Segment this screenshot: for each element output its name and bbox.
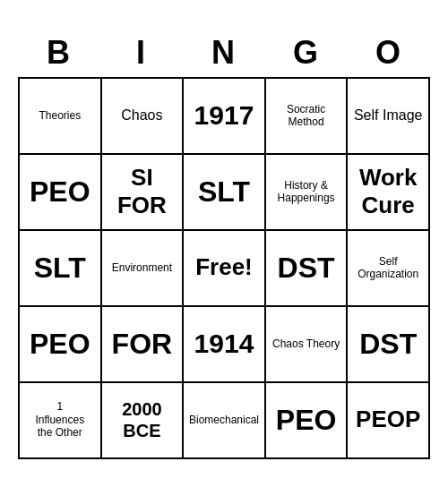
bingo-cell: SI FOR (102, 155, 185, 231)
cell-text: Work Cure (351, 164, 425, 219)
cell-text: DST (278, 251, 335, 285)
header-letter: N (183, 29, 265, 77)
bingo-grid: TheoriesChaos1917Socratic MethodSelf Ima… (18, 77, 430, 459)
header-letter: O (348, 29, 430, 77)
bingo-cell: History & Happenings (266, 155, 349, 231)
cell-text: Environment (112, 261, 172, 274)
bingo-cell: Self Image (348, 79, 430, 155)
bingo-cell: SLT (20, 231, 102, 307)
bingo-cell: Environment (102, 231, 185, 307)
bingo-header: BINGO (18, 29, 430, 77)
cell-text: FOR (112, 327, 173, 361)
cell-text: History & Happenings (278, 179, 335, 205)
cell-text: Socratic Method (270, 103, 343, 129)
cell-text: PEO (30, 175, 90, 209)
bingo-cell: 1 Influences the Other (20, 383, 102, 459)
cell-text: Free! (195, 253, 253, 281)
bingo-cell: DST (348, 307, 430, 383)
bingo-cell: Work Cure (348, 155, 430, 231)
bingo-cell: Self Organization (348, 231, 430, 307)
cell-text: SLT (34, 251, 86, 285)
cell-text: PEOP (356, 406, 420, 433)
bingo-cell: PEO (266, 383, 349, 459)
bingo-cell: Socratic Method (266, 79, 349, 155)
cell-text: Self Image (354, 107, 422, 124)
cell-text: 1914 (194, 328, 254, 360)
bingo-cell: 2000 BCE (102, 383, 185, 459)
bingo-cell: FOR (102, 307, 185, 383)
cell-text: Chaos (121, 107, 162, 124)
cell-text: 1 Influences the Other (35, 400, 84, 439)
bingo-card: BINGO TheoriesChaos1917Socratic MethodSe… (18, 29, 430, 459)
bingo-cell: Chaos (102, 79, 185, 155)
cell-text: SLT (198, 175, 250, 209)
bingo-cell: PEOP (348, 383, 430, 459)
bingo-cell: PEO (20, 307, 102, 383)
header-letter: G (265, 29, 348, 77)
cell-text: 2000 BCE (122, 398, 162, 441)
bingo-cell: SLT (184, 155, 266, 231)
bingo-cell: Theories (20, 79, 102, 155)
bingo-cell: 1917 (184, 79, 266, 155)
cell-text: Self Organization (351, 255, 425, 281)
bingo-cell: Chaos Theory (266, 307, 349, 383)
bingo-cell: PEO (20, 155, 102, 231)
header-letter: B (18, 29, 100, 77)
cell-text: Chaos Theory (272, 337, 340, 350)
header-letter: I (100, 29, 183, 77)
cell-text: SI FOR (117, 164, 167, 219)
bingo-cell: Biomechanical (184, 383, 266, 459)
bingo-cell: Free! (184, 231, 266, 307)
bingo-cell: 1914 (184, 307, 266, 383)
cell-text: PEO (30, 327, 90, 361)
cell-text: Biomechanical (189, 414, 259, 426)
cell-text: DST (359, 327, 417, 361)
cell-text: 1917 (194, 99, 254, 132)
cell-text: Theories (39, 109, 81, 122)
bingo-cell: DST (266, 231, 349, 307)
cell-text: PEO (276, 403, 337, 437)
